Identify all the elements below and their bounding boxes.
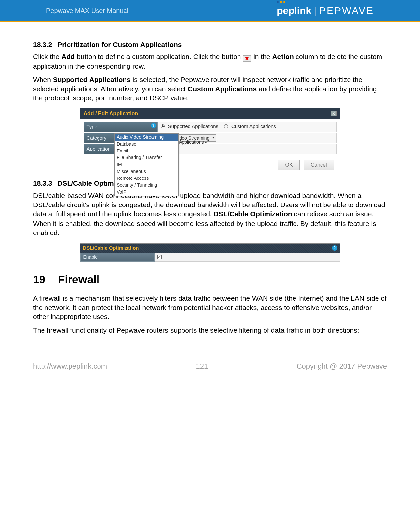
panel2-header: DSL/Cable Optimization ? <box>80 244 340 252</box>
section-number: 18.3.3 <box>33 179 52 188</box>
section-18-3-3-heading: 18.3.3 DSL/Cable Optimization <box>33 179 387 188</box>
dropdown-item[interactable]: Miscellaneous <box>115 168 178 175</box>
dropdown-item[interactable]: VoIP <box>115 189 178 196</box>
type-label: Type ? <box>84 122 158 132</box>
para-18-3-2-1: Click the Add button to define a custom … <box>33 52 387 71</box>
panel-title: Add / Edit Application <box>84 110 138 117</box>
delete-icon: ✖ <box>243 55 251 62</box>
page-body: 18.3.2 Prioritization for Custom Applica… <box>0 22 420 349</box>
application-field <box>158 144 337 154</box>
dropdown-item[interactable]: Security / Tunneling <box>115 182 178 189</box>
ok-button[interactable]: OK <box>278 160 299 170</box>
radio-supported[interactable] <box>161 124 165 128</box>
enable-checkbox[interactable] <box>157 255 162 259</box>
chapter-number: 19 <box>33 273 45 286</box>
type-field: Supported Applications Custom Applicatio… <box>158 122 337 132</box>
dropdown-item[interactable]: Remote Access <box>115 175 178 182</box>
header-bar: Pepwave MAX User Manual peplink | PEPWAV… <box>0 0 420 22</box>
applications-select-hint[interactable]: Applications <box>179 139 207 145</box>
manual-title: Pepwave MAX User Manual <box>46 7 128 14</box>
dropdown-item[interactable]: File Sharing / Transfer <box>115 154 178 161</box>
add-edit-application-figure: Add / Edit Application × Type ? Supporte… <box>33 108 387 175</box>
panel2-title: DSL/Cable Optimization <box>83 245 139 251</box>
footer-url: http://www.peplink.com <box>33 362 107 370</box>
footer-copyright: Copyright @ 2017 Pepwave <box>297 362 387 370</box>
section-title: Prioritization for Custom Applications <box>57 41 182 48</box>
help-icon[interactable]: ? <box>332 245 337 251</box>
radio-custom[interactable] <box>224 124 228 128</box>
brand-peplink: peplink <box>277 5 311 16</box>
enable-label: Enable <box>80 253 154 261</box>
dsl-optimization-figure: DSL/Cable Optimization ? Enable <box>33 243 387 262</box>
radio-custom-label: Custom Applications <box>231 123 276 129</box>
para-18-3-2-2: When Supported Applications is selected,… <box>33 75 387 103</box>
footer-page-number: 121 <box>196 362 208 370</box>
dropdown-item[interactable]: Email <box>115 148 178 154</box>
para-18-3-3: DSL/cable-based WAN connections have low… <box>33 191 387 238</box>
brand-logo: peplink | PEPWAVE <box>277 5 374 16</box>
chapter-19-heading: 19 Firewall <box>33 272 387 287</box>
cancel-button[interactable]: Cancel <box>304 160 334 170</box>
para-19-1: A firewall is a mechanism that selective… <box>33 294 387 322</box>
close-icon[interactable]: × <box>331 111 337 116</box>
help-icon[interactable]: ? <box>151 123 156 128</box>
dropdown-item[interactable]: Audio Video Streaming <box>115 134 178 141</box>
brand-pepwave: PEPWAVE <box>319 5 374 16</box>
panel-header: Add / Edit Application × <box>80 108 340 119</box>
dropdown-item[interactable]: Database <box>115 141 178 148</box>
section-18-3-2-heading: 18.3.2 Prioritization for Custom Applica… <box>33 40 387 49</box>
section-number: 18.3.2 <box>33 40 52 49</box>
para-19-2: The firewall functionality of Pepwave ro… <box>33 326 387 335</box>
dropdown-item[interactable]: IM <box>115 161 178 168</box>
radio-supported-label: Supported Applications <box>168 123 218 129</box>
page-footer: http://www.peplink.com 121 Copyright @ 2… <box>0 349 420 377</box>
enable-field <box>154 253 340 261</box>
category-dropdown[interactable]: Audio Video Streaming Database Email Fil… <box>114 133 179 196</box>
chapter-title: Firewall <box>58 273 100 286</box>
